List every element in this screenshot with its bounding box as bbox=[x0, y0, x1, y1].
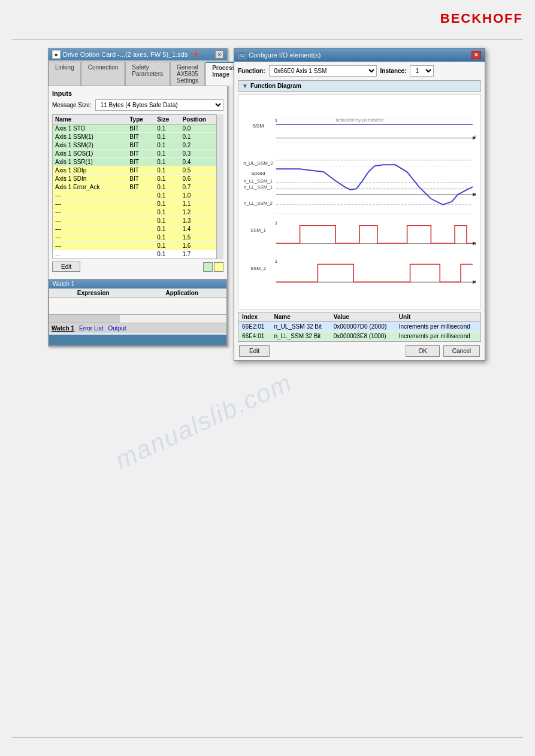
table-row[interactable]: Axis 1 SSM(2) BIT 0.1 0.2 bbox=[53, 141, 223, 150]
data-cell-value: 0x000007D0 (2000) bbox=[330, 322, 395, 332]
cell-name: ... bbox=[53, 250, 127, 259]
close-button[interactable]: ✕ bbox=[215, 50, 223, 59]
cell-size: 0.1 bbox=[155, 217, 180, 225]
color-boxes bbox=[203, 262, 223, 272]
cell-size: 0.1 bbox=[155, 242, 180, 250]
inputs-label: Inputs bbox=[52, 90, 223, 97]
instance-select[interactable]: 1 bbox=[410, 65, 434, 77]
svg-text:activated by parameter: activated by parameter bbox=[335, 117, 384, 123]
message-size-label: Message Size: bbox=[52, 102, 92, 108]
col-type: Type bbox=[127, 115, 155, 125]
beckhoff-logo: BECKHOFF bbox=[440, 11, 523, 26]
inputs-panel: Inputs Message Size: 11 Bytes (4 Bytes S… bbox=[49, 86, 227, 275]
svg-text:n_LL_SSM_1: n_LL_SSM_1 bbox=[244, 178, 273, 184]
configure-icon: IO bbox=[238, 51, 246, 59]
configure-close-button[interactable]: ✕ bbox=[471, 51, 481, 59]
tab-connection[interactable]: Connection bbox=[81, 62, 125, 86]
table-row[interactable]: Axis 1 Error_Ack BIT 0.1 0.7 bbox=[53, 183, 223, 192]
cell-size: 0.1 bbox=[155, 175, 180, 183]
table-row[interactable]: --- 0.1 1.5 bbox=[53, 233, 223, 242]
cell-name: --- bbox=[53, 208, 127, 217]
watch-empty-row bbox=[49, 298, 226, 315]
data-table-row[interactable]: 66E4:01 n_LL_SSM 32 Bit 0x000003E8 (1000… bbox=[238, 332, 480, 341]
tab-general-ax5805[interactable]: General AX5805 Settings bbox=[170, 62, 205, 86]
cell-name: --- bbox=[53, 217, 127, 225]
bottom-tab-errorlist[interactable]: Error List bbox=[79, 325, 104, 332]
cell-size: 0.1 bbox=[155, 150, 180, 158]
table-row[interactable]: --- 0.1 1.2 bbox=[53, 208, 223, 217]
message-size-select[interactable]: 11 Bytes (4 Bytes Safe Data) bbox=[95, 99, 223, 111]
table-scrollbar[interactable] bbox=[216, 114, 223, 259]
cell-type: BIT bbox=[127, 158, 155, 166]
watch-col-expression: Expression bbox=[49, 289, 137, 298]
table-row[interactable]: Axis 1 STO BIT 0.1 0.0 bbox=[53, 125, 223, 133]
cell-type bbox=[127, 233, 155, 242]
green-color-box bbox=[203, 262, 213, 272]
svg-text:1: 1 bbox=[275, 118, 278, 123]
watch-hscrollbar[interactable] bbox=[49, 315, 120, 323]
svg-text:n_UL_SSM_2: n_UL_SSM_2 bbox=[243, 160, 273, 166]
function-diagram-header[interactable]: ▼ Function Diagram bbox=[238, 80, 481, 92]
cell-type: BIT bbox=[127, 133, 155, 141]
table-row[interactable]: Axis 1 SSM(1) BIT 0.1 0.1 bbox=[53, 133, 223, 141]
inputs-edit-button[interactable]: Edit bbox=[52, 262, 80, 272]
table-row[interactable]: --- 0.1 1.1 bbox=[53, 200, 223, 208]
main-container: ■ Drive Option Card -...(2 axes, FW 5)_1… bbox=[48, 48, 485, 347]
table-row[interactable]: Axis 1 SOS(1) BIT 0.1 0.3 bbox=[53, 150, 223, 158]
data-col-unit: Unit bbox=[395, 312, 480, 322]
cell-name: Axis 1 Error_Ack bbox=[53, 183, 127, 192]
function-diagram-arrow: ▼ bbox=[242, 83, 248, 89]
function-diagram-label: Function Diagram bbox=[250, 83, 301, 89]
data-cell-index: 66E4:01 bbox=[238, 332, 270, 341]
svg-text:SSM: SSM bbox=[252, 123, 264, 129]
dialog-buttons: Edit OK Cancel bbox=[238, 345, 481, 357]
dialog-cancel-button[interactable]: Cancel bbox=[443, 345, 480, 357]
cell-size: 0.1 bbox=[155, 225, 180, 233]
bottom-tab-output[interactable]: Output bbox=[108, 325, 126, 332]
svg-text:n_LL_SSM_2: n_LL_SSM_2 bbox=[244, 201, 273, 206]
table-row[interactable]: --- 0.1 1.6 bbox=[53, 242, 223, 250]
yellow-color-box bbox=[214, 262, 223, 272]
table-row[interactable]: Axis 1 SDIp BIT 0.1 0.5 bbox=[53, 166, 223, 175]
svg-text:1: 1 bbox=[275, 220, 278, 226]
watch-title: Watch 1 bbox=[53, 281, 74, 287]
cell-size: 0.1 bbox=[155, 233, 180, 242]
configure-dialog: IO Configure I/O element(s) ✕ Function: … bbox=[234, 48, 485, 361]
cell-size: 0.1 bbox=[155, 125, 180, 133]
table-row[interactable]: --- 0.1 1.4 bbox=[53, 225, 223, 233]
inputs-table: Name Type Size Position Axis 1 STO BIT 0… bbox=[53, 115, 223, 259]
function-select[interactable]: 0x66E0 Axis 1 SSM bbox=[269, 65, 377, 77]
table-row[interactable]: --- 0.1 1.3 bbox=[53, 217, 223, 225]
doc-icon: ■ bbox=[52, 50, 61, 59]
svg-rect-0 bbox=[240, 95, 479, 309]
table-row[interactable]: --- 0.1 1.0 bbox=[53, 192, 223, 200]
chart-area: SSM 1 activated by parameter n_UL_SSM_2 … bbox=[238, 94, 481, 309]
tab-safety-parameters[interactable]: Safety Parameters bbox=[125, 62, 170, 86]
cell-type: BIT bbox=[127, 183, 155, 192]
cell-size: 0.1 bbox=[155, 141, 180, 150]
configure-titlebar: IO Configure I/O element(s) ✕ bbox=[234, 48, 485, 62]
col-size: Size bbox=[155, 115, 180, 125]
tab-linking[interactable]: Linking bbox=[49, 62, 81, 86]
bottom-tab-watch1[interactable]: Watch 1 bbox=[52, 325, 74, 332]
instance-label: Instance: bbox=[380, 68, 407, 74]
data-cell-unit: Increments per millisecond bbox=[395, 332, 480, 341]
watch-titlebar: Watch 1 bbox=[49, 280, 226, 289]
data-col-index: Index bbox=[238, 312, 270, 322]
cell-type: BIT bbox=[127, 175, 155, 183]
data-col-name: Name bbox=[270, 312, 330, 322]
data-table-row[interactable]: 66E2:01 n_UL_SSM 32 Bit 0x000007D0 (2000… bbox=[238, 322, 480, 332]
table-row[interactable]: ... 0.1 1.7 bbox=[53, 250, 223, 259]
cell-size: 0.1 bbox=[155, 250, 180, 259]
table-row[interactable]: Axis 1 SDIn BIT 0.1 0.6 bbox=[53, 175, 223, 183]
data-cell-name: n_UL_SSM 32 Bit bbox=[270, 322, 330, 332]
data-cell-index: 66E2:01 bbox=[238, 322, 270, 332]
doc-pin-icon[interactable]: 📌 bbox=[192, 51, 199, 57]
dialog-edit-button[interactable]: Edit bbox=[239, 345, 270, 357]
watch-table: Expression Application bbox=[49, 289, 226, 314]
table-row[interactable]: Axis 1 SSR(1) BIT 0.1 0.4 bbox=[53, 158, 223, 166]
watch-panel: Watch 1 Expression Application bbox=[49, 279, 227, 346]
edit-area: Edit bbox=[52, 262, 223, 272]
dialog-ok-button[interactable]: OK bbox=[406, 345, 439, 357]
doc-title: Drive Option Card -...(2 axes, FW 5)_1.s… bbox=[63, 51, 188, 58]
